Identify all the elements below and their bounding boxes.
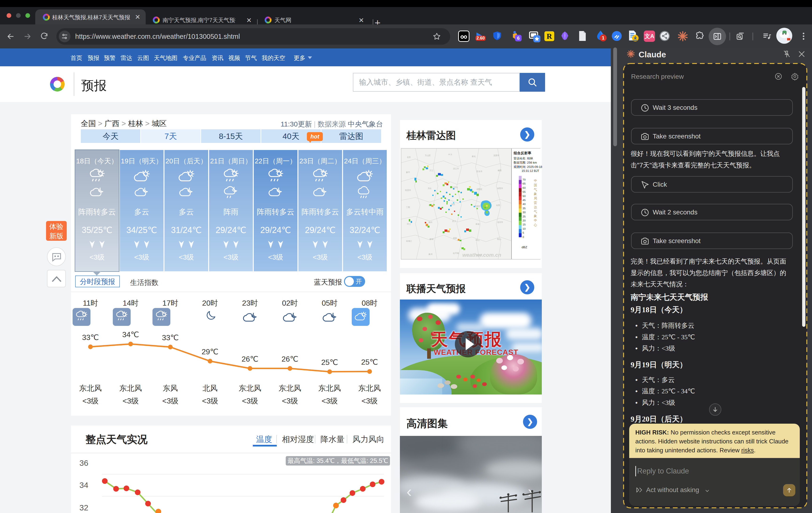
svg-text:凯里市: 凯里市 (405, 189, 411, 191)
svg-text:10: 10 (523, 227, 526, 230)
svg-text:零陵区: 零陵区 (474, 205, 481, 207)
svg-text:衡阳: 衡阳 (498, 169, 502, 172)
svg-text:桂阳: 桂阳 (496, 204, 500, 207)
svg-text:金城江: 金城江 (406, 240, 412, 242)
svg-text:25: 25 (523, 215, 526, 218)
svg-text:45: 45 (523, 198, 526, 201)
svg-text:天柱: 天柱 (428, 187, 432, 189)
svg-text:70: 70 (523, 178, 526, 181)
svg-text:中方: 中方 (448, 153, 452, 156)
svg-text:35: 35 (523, 207, 526, 210)
svg-text:60: 60 (523, 186, 526, 189)
svg-text:武冈市: 武冈市 (452, 186, 458, 189)
svg-text:65: 65 (523, 182, 526, 185)
svg-text:40: 40 (523, 202, 526, 206)
svg-text:50: 50 (523, 194, 526, 197)
svg-text:桂平南: 桂平南 (453, 252, 459, 254)
svg-text:新化: 新化 (472, 155, 476, 158)
svg-text:30: 30 (523, 211, 526, 214)
svg-text:5: 5 (523, 231, 524, 234)
svg-text:涟源市: 涟源市 (493, 154, 499, 157)
svg-text:0: 0 (523, 235, 524, 238)
svg-text:万山区: 万山区 (425, 154, 431, 157)
svg-text:象州: 象州 (429, 253, 433, 255)
svg-text:祁阳区: 祁阳区 (476, 188, 482, 190)
svg-text:芷江: 芷江 (429, 169, 434, 172)
svg-text:55: 55 (523, 190, 526, 193)
svg-text:耒阳市: 耒阳市 (497, 187, 503, 189)
svg-text:邵东市: 邵东市 (476, 170, 483, 172)
svg-text:恭城: 恭城 (475, 223, 480, 225)
svg-text:黄平: 黄平 (406, 171, 410, 173)
svg-text:15: 15 (523, 223, 526, 226)
svg-text:鹿寨: 鹿寨 (453, 237, 457, 239)
svg-text:环江: 环江 (407, 223, 411, 225)
svg-text:20: 20 (523, 219, 526, 222)
svg-text:融水: 融水 (429, 221, 433, 223)
svg-text:钟山: 钟山 (475, 239, 480, 241)
svg-text:石阡: 石阡 (407, 156, 411, 159)
svg-text:柳城: 柳城 (430, 238, 434, 240)
svg-text:龙胜: 龙胜 (451, 203, 455, 206)
svg-text:weather.com.cn: weather.com.cn (462, 252, 501, 258)
svg-text:连州市: 连州市 (497, 221, 503, 223)
svg-text:三都: 三都 (406, 206, 410, 208)
svg-text:洪江市: 洪江市 (453, 167, 459, 170)
svg-text:灵川: 灵川 (452, 220, 456, 222)
svg-text:阳山: 阳山 (497, 238, 501, 240)
